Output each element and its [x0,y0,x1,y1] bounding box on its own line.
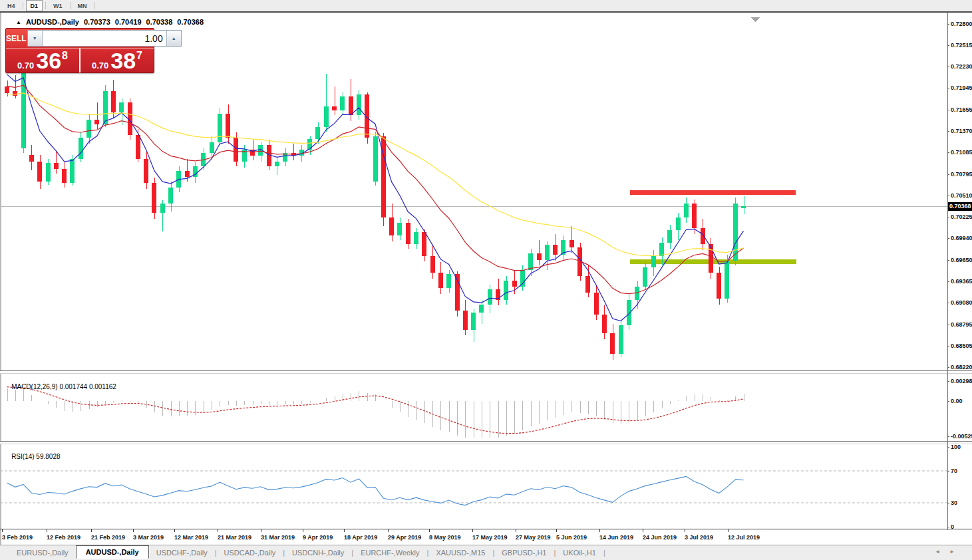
candle-body [676,217,681,230]
date-axis-label: 12 Jul 2019 [728,533,760,541]
macd-axis-label-tick [947,381,949,382]
tab-eurchf-weekly[interactable]: EURCHF-,Weekly [353,547,426,559]
rsi-axis-label-tick [947,527,949,527]
candle-body [488,289,492,305]
candle-body [168,188,173,204]
date-axis-separator [0,529,972,529]
chart-window: ▲ AUDUSD-,Daily 0.70373 0.70419 0.70338 … [0,11,972,545]
ma-fast [7,74,744,321]
macd-axis-label-tick [947,401,949,402]
candle-body [512,281,517,287]
candle-body [357,94,361,116]
chart-symbol: AUDUSD-,Daily [26,18,79,26]
timeframe-button-d1[interactable]: D1 [26,0,43,11]
price-axis-label-tick [947,217,949,217]
candle-body [479,305,484,313]
macd-label: MACD(12,26,9) 0.001744 0.001162 [4,376,116,398]
candle-body [210,142,214,153]
tab-usdcnh-daily[interactable]: USDCNH-,Daily [285,547,351,559]
toolbar-separator [23,2,23,9]
volume-decrease-icon[interactable]: ▼ [28,31,43,46]
buy-button[interactable]: BUY [182,29,199,48]
date-axis-label: 21 Feb 2019 [91,533,125,541]
date-tick [133,529,134,532]
tab-audusd-daily[interactable]: AUDUSD-,Daily [76,545,149,559]
tab-ukoil-h1[interactable]: UKOil-,H1 [556,547,603,559]
volume-input[interactable] [43,31,166,46]
tab-gbpusd-h1[interactable]: GBPUSD-,H1 [494,547,554,559]
ohlc-low: 0.70338 [146,18,173,26]
candle-body [152,183,156,213]
candle-body [79,138,83,159]
price-axis-label: 0.69940 [951,235,972,242]
date-tick [472,529,473,532]
macd-title: MACD(12,26,9) [11,383,57,390]
rsi-pane[interactable] [0,444,947,529]
chart-shift-marker-icon[interactable] [750,17,760,22]
price-axis-separator [947,13,948,530]
date-axis-label: 5 Jun 2019 [556,533,587,541]
volume-increase-icon[interactable]: ▲ [166,31,181,46]
price-axis-label: 0.71370 [951,128,972,135]
rsi-axis-label: 70 [951,468,972,475]
price-axis-label: 0.72230 [951,63,972,70]
date-tick [429,529,430,532]
candle-body [94,120,99,124]
candle-body [602,315,607,333]
price-axis-label-tick [947,367,949,368]
candle-body [37,162,42,181]
price-axis-label: 0.70510 [951,192,972,200]
tab-scroll-right-icon[interactable]: ► [949,549,955,555]
tab-usdcad-daily[interactable]: USDCAD-,Daily [217,547,283,559]
timeframe-button-mn[interactable]: MN [73,0,92,11]
tab-scroll-left-icon[interactable]: ◄ [935,549,940,555]
bid-price[interactable]: 0.70 36 8 [6,49,81,72]
ohlc-high: 0.70419 [115,18,142,26]
candle-body [54,163,59,169]
candle-body [717,273,721,298]
candle-body [349,96,353,115]
collapse-panel-icon[interactable]: ▲ [16,19,21,25]
price-axis-label-tick [947,24,949,25]
date-tick [556,529,557,532]
chart-tab-bar: EURUSD-,DailyAUDUSD-,DailyUSDCHF-,Daily|… [0,545,972,560]
candle-body [136,135,140,159]
candle-body [430,256,435,273]
macd-pane[interactable] [0,374,947,441]
tab-usdchf-daily[interactable]: USDCHF-,Daily [149,547,215,559]
sell-button[interactable]: SELL [6,29,27,48]
candle-body [226,114,230,138]
rsi-line [7,476,744,505]
tab-eurusd-daily[interactable]: EURUSD-,Daily [9,547,76,559]
date-tick [47,529,47,532]
date-tick [174,529,175,532]
price-axis-label-tick [947,303,949,303]
date-axis-label: 29 Apr 2019 [388,533,421,541]
candle-body [692,204,697,227]
price-axis-label-tick [947,281,949,282]
date-axis-label: 31 Mar 2019 [261,533,295,541]
rsi-axis-label-tick [947,471,949,472]
candle-body [594,293,599,315]
rsi-axis-label: 30 [951,499,972,507]
resistance-line[interactable] [630,190,796,195]
rsi-axis-label-tick [947,503,949,503]
price-axis-label: 0.69365 [951,278,972,285]
tab-xauusd-m15[interactable]: XAUUSD-,M15 [428,547,492,559]
toolbar-separator [45,2,46,9]
price-axis-label-tick [947,131,949,132]
timeframe-button-h4[interactable]: H4 [3,0,20,11]
candle-body [471,313,476,330]
candle-body [103,91,108,124]
ohlc-close: 0.70368 [177,18,204,26]
price-axis-label-tick [947,325,949,325]
price-axis-label-tick [947,238,949,239]
chart-title: ▲ AUDUSD-,Daily 0.70373 0.70419 0.70338 … [16,18,204,26]
ask-price[interactable]: 0.70 38 7 [81,49,154,72]
date-axis-label: 27 May 2019 [516,533,551,541]
current-price-tag: 0.70368 [948,202,972,211]
date-axis-label: 3 Jul 2019 [685,533,713,541]
timeframe-button-w1[interactable]: W1 [49,0,67,11]
macd-axis-label: 0.002984 [951,378,972,385]
price-axis-label-tick [947,67,949,67]
